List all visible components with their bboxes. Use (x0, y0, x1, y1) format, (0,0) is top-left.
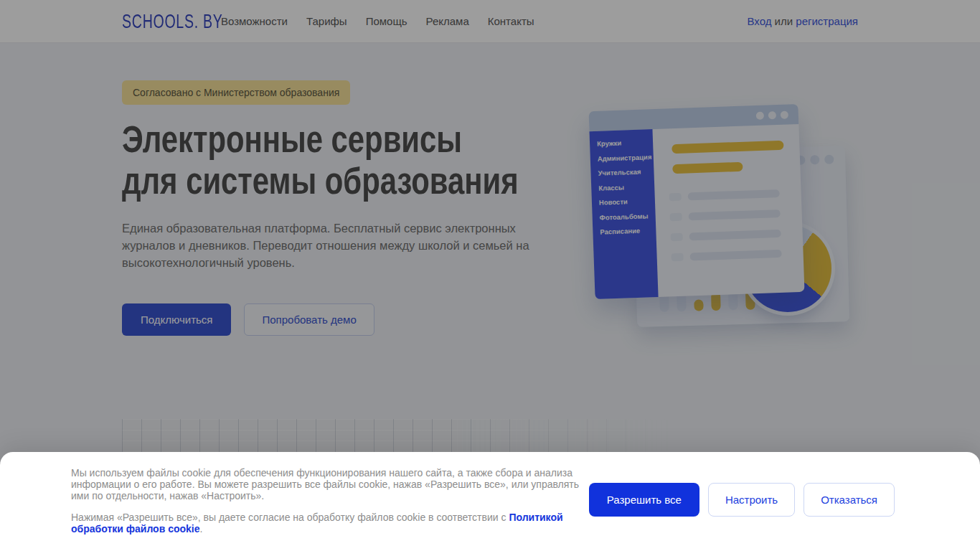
allow-all-cookies-button[interactable]: Разрешить все (589, 483, 699, 517)
cookie-paragraph-2: Нажимая «Разрешить все», вы даете соглас… (71, 512, 582, 534)
cookie-paragraph-2-prefix: Нажимая «Разрешить все», вы даете соглас… (71, 512, 509, 523)
cookie-paragraph-1: Мы используем файлы cookie для обеспечен… (71, 467, 582, 501)
cookie-paragraph-2-suffix: . (200, 523, 203, 534)
cookie-text-block: Мы используем файлы cookie для обеспечен… (71, 467, 582, 534)
cookie-buttons-row: Разрешить все Настроить Отказаться (589, 483, 895, 517)
configure-cookies-button[interactable]: Настроить (708, 483, 795, 517)
decline-cookies-button[interactable]: Отказаться (804, 483, 895, 517)
cookie-consent-banner: Мы используем файлы cookie для обеспечен… (0, 452, 980, 551)
